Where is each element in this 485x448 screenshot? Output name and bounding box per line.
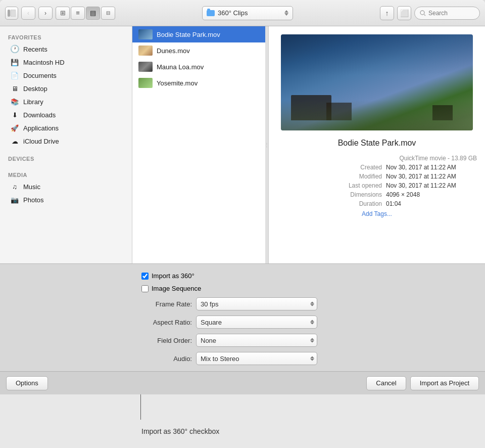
back-button[interactable]: ‹: [21, 7, 35, 20]
music-icon: ♫: [10, 182, 19, 191]
favorites-label: Favorites: [0, 30, 132, 42]
duration-row: Duration 01:04: [277, 199, 477, 208]
share-button[interactable]: ↑: [380, 6, 394, 20]
add-tags-link[interactable]: Add Tags...: [277, 208, 477, 219]
sidebar-item-label: Desktop: [23, 85, 47, 93]
file-name: Yosemite.mov: [157, 79, 198, 87]
media-label: Media: [0, 168, 132, 180]
import-360-label[interactable]: Import as 360°: [152, 272, 195, 280]
import-360-checkbox[interactable]: [141, 273, 149, 280]
sidebar-item-label: Applications: [23, 124, 59, 132]
sidebar-item-label: Library: [23, 98, 43, 106]
created-row: Created Nov 30, 2017 at 11:22 AM: [277, 163, 477, 172]
sidebar-item-icloud-drive[interactable]: ☁ iCloud Drive: [2, 135, 130, 148]
svg-rect-1: [11, 10, 16, 17]
footer-right: Cancel Import as Project: [366, 376, 479, 390]
annotation-area: Import as 360° checkbox: [0, 394, 485, 448]
modified-label: Modified: [335, 173, 386, 180]
devices-label: Devices: [0, 152, 132, 164]
audio-label: Audio:: [141, 355, 192, 363]
search-box[interactable]: [414, 7, 480, 20]
sidebar: Favorites 🕐 Recents 💾 Macintosh HD 📄 Doc…: [0, 26, 132, 263]
applications-icon: 🚀: [10, 123, 19, 132]
icloud-icon: ☁: [10, 137, 19, 146]
footer-left: Options: [6, 376, 362, 390]
path-arrow-up-icon: [284, 10, 288, 13]
duration-value: 01:04: [386, 200, 477, 207]
cancel-button[interactable]: Cancel: [366, 376, 406, 390]
file-item-bodie[interactable]: Bodie State Park.mov: [132, 26, 268, 42]
file-item-mauna-loa[interactable]: Mauna Loa.mov: [132, 59, 268, 75]
photos-icon: 📷: [10, 195, 19, 204]
preview-panel: Bodie State Park.mov QuickTime movie - 1…: [269, 26, 485, 263]
modified-value: Nov 30, 2017 at 11:22 AM: [386, 173, 477, 180]
audio-select[interactable]: Mix to Stereo Stereo Mix Surround Dual M…: [196, 352, 317, 365]
svg-line-3: [424, 14, 426, 16]
preview-image: [281, 34, 473, 130]
building-silhouette-2: [326, 103, 352, 120]
view-icon-button[interactable]: ⊞: [56, 7, 70, 20]
macintosh-hd-icon: 💾: [10, 58, 19, 67]
sidebar-item-documents[interactable]: 📄 Documents: [2, 69, 130, 82]
modified-row: Modified Nov 30, 2017 at 11:22 AM: [277, 172, 477, 181]
sidebar-item-photos[interactable]: 📷 Photos: [2, 193, 130, 206]
last-opened-value: Nov 30, 2017 at 11:22 AM: [386, 182, 477, 189]
created-value: Nov 30, 2017 at 11:22 AM: [386, 164, 477, 171]
preview-filename: Bodie State Park.mov: [338, 139, 416, 148]
desktop-icon: 🖥: [10, 84, 19, 93]
file-item-yosemite[interactable]: Yosemite.mov: [132, 75, 268, 91]
image-sequence-checkbox[interactable]: [141, 285, 149, 292]
sidebar-item-label: Macintosh HD: [23, 59, 65, 66]
sidebar-item-label: Downloads: [23, 111, 56, 119]
import-project-button[interactable]: Import as Project: [410, 376, 479, 390]
view-column-button[interactable]: ▤: [86, 7, 100, 20]
view-cover-button[interactable]: ⊟: [101, 7, 115, 20]
file-item-dunes[interactable]: Dunes.mov: [132, 42, 268, 59]
frame-rate-label: Frame Rate:: [141, 300, 192, 308]
sidebar-item-label: iCloud Drive: [23, 138, 59, 145]
file-name: Dunes.mov: [157, 47, 190, 55]
sidebar-item-library[interactable]: 📚 Library: [2, 95, 130, 108]
sidebar-item-label: Photos: [23, 196, 43, 204]
sidebar-item-applications[interactable]: 🚀 Applications: [2, 121, 130, 135]
dimensions-label: Dimensions: [335, 191, 386, 198]
sidebar-item-recents[interactable]: 🕐 Recents: [2, 42, 130, 56]
tag-button[interactable]: ⬜: [397, 6, 411, 20]
recents-icon: 🕐: [10, 44, 19, 54]
frame-rate-select[interactable]: 23.98 fps 24 fps 25 fps 29.97 fps 30 fps…: [196, 297, 317, 310]
image-sequence-label[interactable]: Image Sequence: [152, 285, 201, 292]
aspect-ratio-row: Aspect Ratio: Square 4:3 16:9 Custom: [141, 316, 475, 329]
file-thumbnail: [138, 46, 153, 56]
import-options: Import as 360° Image Sequence Frame Rate…: [131, 264, 485, 371]
sidebar-item-music[interactable]: ♫ Music: [2, 180, 130, 193]
field-order-select[interactable]: None Upper First Lower First: [196, 334, 317, 347]
column-divider[interactable]: ⋮: [265, 26, 268, 263]
field-order-label: Field Order:: [141, 337, 192, 344]
svg-point-2: [420, 11, 424, 15]
sidebar-item-macintosh-hd[interactable]: 💾 Macintosh HD: [2, 56, 130, 69]
audio-select-wrapper: Mix to Stereo Stereo Mix Surround Dual M…: [196, 352, 317, 365]
path-arrows: [284, 10, 288, 16]
forward-button[interactable]: ›: [38, 7, 53, 20]
folder-icon: [207, 10, 215, 16]
aspect-ratio-select[interactable]: Square 4:3 16:9 Custom: [196, 316, 317, 329]
downloads-icon: ⬇: [10, 110, 19, 119]
building-silhouette: [291, 95, 331, 120]
file-thumbnail: [138, 62, 153, 72]
aspect-ratio-label: Aspect Ratio:: [141, 319, 192, 326]
content-area: Favorites 🕐 Recents 💾 Macintosh HD 📄 Doc…: [0, 26, 485, 263]
options-button[interactable]: Options: [6, 376, 48, 390]
search-input[interactable]: [428, 10, 474, 17]
field-order-select-wrapper: None Upper First Lower First: [196, 334, 317, 347]
annotation-line: [140, 394, 141, 420]
toolbar: ‹ › ⊞ ≡ ▤ ⊟ 360° Clips ↑ ⬜: [0, 0, 485, 26]
import-options-panel: Import as 360° Image Sequence Frame Rate…: [0, 263, 485, 394]
sidebar-toggle-button[interactable]: [5, 7, 18, 20]
file-name: Mauna Loa.mov: [157, 63, 204, 71]
last-opened-row: Last opened Nov 30, 2017 at 11:22 AM: [277, 181, 477, 190]
sidebar-item-desktop[interactable]: 🖥 Desktop: [2, 82, 130, 95]
sidebar-item-downloads[interactable]: ⬇ Downloads: [2, 108, 130, 121]
duration-label: Duration: [335, 200, 386, 207]
view-list-button[interactable]: ≡: [71, 7, 85, 20]
path-control[interactable]: 360° Clips: [202, 6, 293, 20]
